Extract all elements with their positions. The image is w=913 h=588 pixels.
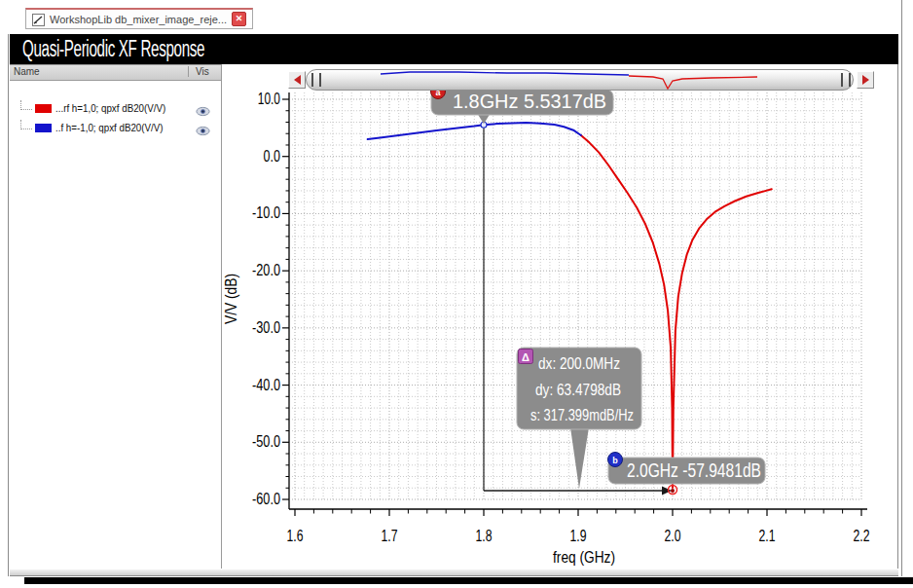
svg-text:-20.0: -20.0 (252, 262, 280, 278)
svg-text:2.1: 2.1 (759, 528, 776, 544)
graph-title-bar: Quasi-Periodic XF Response (10, 34, 898, 64)
scroll-left-button[interactable] (288, 71, 306, 89)
svg-text:2.2: 2.2 (854, 528, 870, 544)
minimap-trace-rf (629, 76, 757, 89)
tree-branch (20, 100, 32, 110)
svg-text:1.6: 1.6 (287, 528, 304, 544)
legend-list: ...rf h=1,0; qpxf dB20(V/V)..f h=-1,0; q… (10, 100, 221, 135)
marker-b-readout[interactable]: b2.0GHz -57.9481dB (608, 453, 766, 485)
marker-a-text: 1.8GHz 5.5317dB (453, 91, 606, 112)
svg-text:-40.0: -40.0 (252, 377, 280, 393)
scroll-right-button[interactable] (857, 71, 874, 89)
window-bottom-edge (24, 577, 913, 584)
series-color-swatch[interactable] (35, 104, 52, 113)
svg-text:s: 317.399mdB/Hz: s: 317.399mdB/Hz (530, 406, 634, 424)
graph-title: Quasi-Periodic XF Response (22, 36, 204, 62)
application-window: WorkshopLib db_mixer_image_reje... ✕ Qua… (8, 0, 900, 576)
legend-item-label: ..f h=-1,0; qpxf dB20(V/V) (55, 122, 164, 133)
arrow-left-icon (294, 75, 301, 85)
svg-text:-10.0: -10.0 (252, 204, 280, 221)
legend-header-vis[interactable]: Vis (188, 66, 221, 77)
visibility-eye-icon[interactable] (196, 123, 210, 133)
svg-text:Δ: Δ (522, 351, 530, 363)
svg-text:1.9: 1.9 (570, 528, 587, 544)
svg-text:-30.0: -30.0 (252, 319, 280, 336)
visibility-eye-icon (196, 106, 210, 117)
svg-text:dx: 200.0MHz: dx: 200.0MHz (538, 354, 620, 373)
svg-text:0.0: 0.0 (264, 148, 280, 165)
legend-item[interactable]: ..f h=-1,0; qpxf dB20(V/V) (10, 120, 221, 135)
legend-item[interactable]: ...rf h=1,0; qpxf dB20(V/V) (10, 100, 221, 116)
svg-text:-60.0: -60.0 (252, 491, 280, 507)
axes: 10.00.0-10.0-20.0-30.0-40.0-50.0-60.01.6… (223, 91, 870, 567)
series-color-swatch[interactable] (35, 124, 52, 132)
close-icon[interactable]: ✕ (232, 12, 246, 26)
overview-scrollbar[interactable] (306, 69, 854, 91)
legend-item-label: ...rf h=1,0; qpxf dB20(V/V) (55, 102, 165, 114)
minimap-trace-image (381, 72, 629, 75)
legend-header-name[interactable]: Name (14, 66, 40, 77)
legend-panel: Name Vis ...rf h=1,0; qpxf dB20(V/V)..f … (10, 64, 222, 569)
svg-text:10.0: 10.0 (258, 91, 280, 107)
series-trace-rf[interactable] (581, 135, 772, 488)
tab-label: WorkshopLib db_mixer_image_reje... (50, 14, 227, 25)
arrow-right-icon (862, 75, 869, 85)
waveform-icon (32, 13, 45, 25)
svg-text:1.8: 1.8 (476, 528, 493, 544)
y-axis-title: V/V (dB) (223, 274, 239, 324)
svg-text:b: b (612, 456, 618, 465)
svg-text:dy: 63.4798dB: dy: 63.4798dB (535, 381, 621, 399)
chart-svg: a1.8GHz 5.5317dBΔdx: 200.0MHzdy: 63.4798… (222, 64, 900, 569)
left-grip-handle[interactable] (311, 73, 321, 87)
svg-text:1.7: 1.7 (382, 528, 398, 544)
minimap-svg (307, 70, 853, 90)
x-axis-title: freq (GHz) (553, 548, 615, 567)
visibility-eye-icon[interactable] (196, 103, 210, 114)
status-strip (10, 569, 898, 576)
right-grip-handle[interactable] (841, 73, 851, 87)
tree-branch (20, 120, 32, 129)
svg-text:-50.0: -50.0 (252, 433, 280, 450)
visibility-eye-icon (196, 126, 210, 136)
tab-workshoplib[interactable]: WorkshopLib db_mixer_image_reje... ✕ (25, 8, 253, 29)
tab-bar: WorkshopLib db_mixer_image_reje... ✕ (8, 0, 900, 34)
legend-header: Name Vis (10, 64, 221, 81)
svg-text:2.0: 2.0 (665, 528, 681, 544)
marker-b-text: 2.0GHz -57.9481dB (627, 459, 761, 481)
